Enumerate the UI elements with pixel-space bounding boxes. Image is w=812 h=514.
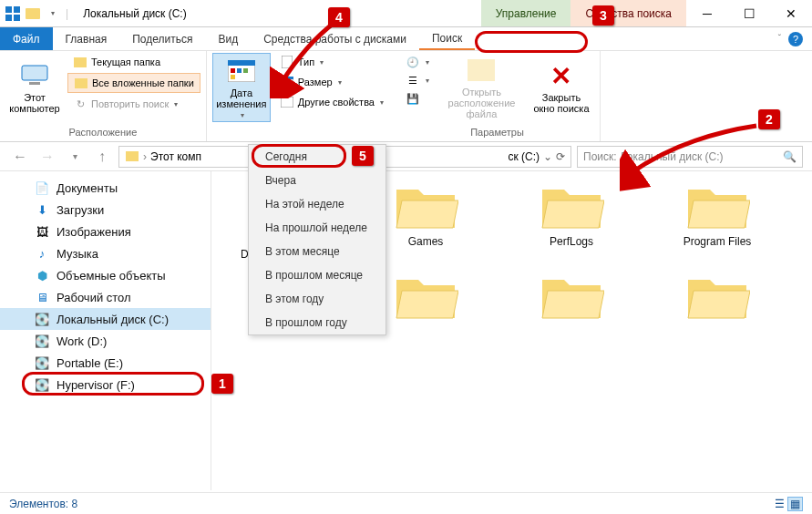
repeat-search-label: Повторить поиск — [91, 98, 169, 109]
badge-3: 3 — [592, 5, 614, 26]
tab-row: Файл Главная Поделиться Вид Средства раб… — [0, 27, 812, 51]
pictures-icon: 🖼 — [35, 224, 49, 239]
large-icons-view-icon[interactable]: ▦ — [787, 497, 803, 511]
repeat-search-button[interactable]: ↻Повторить поиск▾ — [67, 95, 200, 113]
group-params-label: Параметры — [400, 125, 594, 141]
dd-this-year[interactable]: В этом году — [249, 287, 385, 311]
nav-documents[interactable]: 📄Документы — [0, 177, 211, 199]
open-location-label: Открыть расположение файла — [440, 87, 523, 119]
size-label: Размер — [298, 77, 333, 87]
this-pc-button[interactable]: Этот компьютер — [5, 53, 64, 122]
svg-rect-6 — [29, 82, 40, 85]
close-button[interactable]: ✕ — [770, 0, 812, 27]
close-search-label: Закрыть окно поиска — [530, 92, 592, 114]
window-title: Локальный диск (C:) — [74, 7, 481, 20]
addr-dropdown-icon[interactable]: ⌄ — [543, 150, 552, 163]
quick-access-icon[interactable] — [5, 6, 20, 21]
other-props-button[interactable]: Другие свойства▾ — [274, 93, 389, 111]
nav-desktop[interactable]: 🖥Рабочий стол — [0, 286, 211, 308]
folder-icon — [539, 180, 604, 231]
group-location-label: Расположение — [5, 125, 200, 141]
recent-searches-button[interactable]: 🕘▾ — [400, 53, 435, 71]
options-icon: ☰ — [406, 73, 420, 87]
up-button[interactable]: ↑ — [91, 146, 113, 168]
folders-icon — [74, 76, 88, 90]
tab-file[interactable]: Файл — [0, 27, 53, 50]
size-icon — [280, 75, 294, 89]
nav-disk-d[interactable]: 💽Work (D:) — [0, 330, 211, 352]
nav-music[interactable]: ♪Музыка — [0, 242, 211, 264]
help-icon[interactable]: ? — [788, 32, 803, 46]
dd-last-year[interactable]: В прошлом году — [249, 311, 385, 334]
dd-last-week[interactable]: На прошлой неделе — [249, 216, 385, 240]
dd-this-week[interactable]: На этой неделе — [249, 192, 385, 216]
folder-item[interactable]: PerfLogs — [512, 180, 631, 262]
item-count: Элементов: 8 — [9, 498, 77, 510]
folder-item[interactable]: Program Files — [658, 180, 776, 262]
current-folder-button[interactable]: Текущая папка — [67, 53, 200, 71]
advanced-options-button[interactable]: ☰▾ — [400, 71, 435, 89]
navigation-pane: 📄Документы ⬇Загрузки 🖼Изображения ♪Музык… — [0, 171, 211, 490]
address-folder-icon — [125, 149, 139, 164]
badge-4: 4 — [328, 7, 350, 27]
calendar-icon — [227, 57, 256, 86]
nav-disk-f[interactable]: 💽Hypervisor (F:) — [0, 374, 211, 396]
dd-last-month[interactable]: В прошлом месяце — [249, 263, 385, 287]
type-button[interactable]: Тип▾ — [274, 53, 389, 71]
disk-icon: 💽 — [35, 334, 49, 348]
nav-disk-c[interactable]: 💽Локальный диск (C:) — [0, 308, 211, 330]
other-props-label: Другие свойства — [298, 97, 375, 108]
back-button[interactable]: ← — [9, 146, 31, 168]
svg-rect-20 — [126, 151, 139, 161]
dd-yesterday[interactable]: Вчера — [249, 169, 385, 192]
details-view-icon[interactable]: ☰ — [775, 498, 785, 510]
nav-disk-e[interactable]: 💽Portable (E:) — [0, 352, 211, 374]
date-modified-button[interactable]: Дата изменения▾ — [212, 53, 271, 122]
folder-icon[interactable] — [26, 6, 40, 21]
search-input[interactable]: Поиск: Локальный диск (C:) 🔍 — [577, 146, 803, 168]
ribbon-collapse-icon[interactable]: ˇ — [778, 34, 781, 44]
tab-view[interactable]: Вид — [205, 27, 251, 50]
view-switcher[interactable]: ☰ ▦ — [775, 498, 803, 510]
overflow-icon[interactable]: ▾ — [46, 6, 60, 21]
tab-share[interactable]: Поделиться — [119, 27, 205, 50]
minimize-button[interactable]: ─ — [686, 0, 728, 27]
repeat-icon: ↻ — [73, 97, 87, 111]
tab-search[interactable]: Поиск — [419, 27, 475, 50]
desktop-icon: 🖥 — [35, 290, 49, 304]
svg-rect-19 — [468, 59, 495, 81]
computer-icon — [20, 61, 49, 90]
maximize-button[interactable]: ☐ — [728, 0, 770, 27]
svg-rect-5 — [22, 66, 47, 80]
close-x-icon: ✕ — [547, 61, 576, 90]
folder-label: Program Files — [684, 235, 752, 248]
forward-button[interactable]: → — [36, 146, 58, 168]
refresh-icon[interactable]: ⟳ — [556, 150, 565, 163]
addr-this-pc[interactable]: Этот комп — [150, 150, 201, 163]
folder-icon — [539, 271, 604, 322]
size-button[interactable]: Размер▾ — [274, 73, 389, 91]
downloads-icon: ⬇ — [35, 202, 49, 217]
nav-pictures[interactable]: 🖼Изображения — [0, 221, 211, 242]
context-tab-manage[interactable]: Управление — [481, 0, 571, 26]
svg-rect-14 — [231, 75, 235, 79]
open-location-button[interactable]: Открыть расположение файла — [438, 53, 525, 122]
folder-item[interactable] — [658, 271, 776, 338]
dd-this-month[interactable]: В этом месяце — [249, 240, 385, 263]
history-chevron-icon[interactable]: ▾ — [64, 146, 86, 168]
nav-3d-objects[interactable]: ⬢Объемные объекты — [0, 264, 211, 286]
context-tab-search-tools[interactable]: Средства поиска — [570, 0, 686, 26]
search-icon[interactable]: 🔍 — [783, 150, 797, 163]
disk-icon: 💽 — [35, 355, 49, 370]
all-subfolders-button[interactable]: Все вложенные папки — [67, 73, 200, 93]
close-search-button[interactable]: ✕ Закрыть окно поиска — [529, 53, 594, 122]
nav-downloads[interactable]: ⬇Загрузки — [0, 199, 211, 221]
addr-disk-tail[interactable]: ск (C:) — [508, 150, 540, 163]
tab-disk-tools[interactable]: Средства работы с дисками — [251, 27, 419, 50]
svg-rect-12 — [237, 68, 242, 73]
type-icon — [280, 55, 294, 69]
all-subfolders-label: Все вложенные папки — [92, 77, 194, 88]
tab-home[interactable]: Главная — [53, 27, 120, 50]
save-search-button[interactable]: 💾 — [400, 89, 435, 108]
folder-item[interactable] — [512, 271, 631, 338]
